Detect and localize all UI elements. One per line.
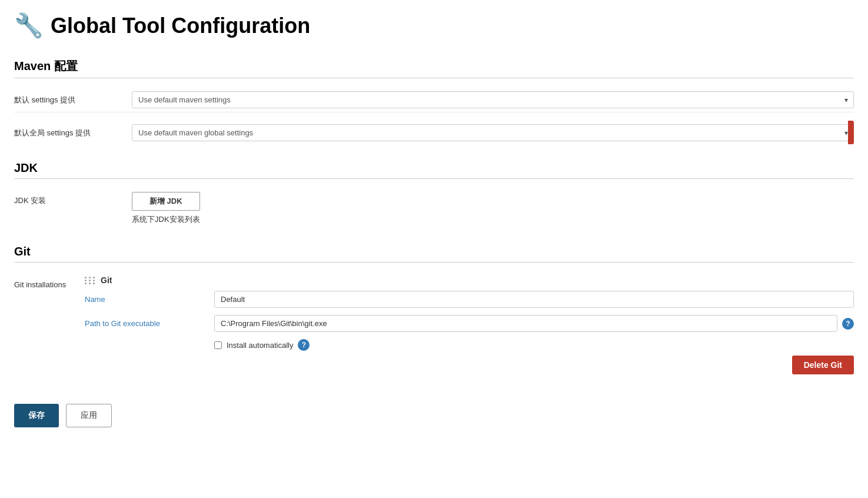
git-name-input[interactable] — [214, 291, 854, 308]
jdk-section: JDK JDK 安装 新增 JDK 系统下JDK安装列表 — [14, 161, 854, 228]
page-header: 🔧 Global Tool Configuration — [14, 12, 854, 39]
git-path-row: Path to Git executable ? — [85, 315, 854, 332]
red-tab-indicator — [848, 121, 854, 144]
git-install-auto-help-icon[interactable]: ? — [298, 339, 310, 351]
maven-global-settings-row: 默认全局 settings 提供 Use default maven globa… — [14, 121, 854, 145]
save-button[interactable]: 保存 — [14, 404, 59, 427]
drag-dot — [93, 280, 95, 281]
maven-global-settings-wrapper: Use default maven global settings Specif… — [132, 124, 854, 141]
git-path-help-icon[interactable]: ? — [842, 318, 854, 330]
wrench-icon: 🔧 — [14, 12, 44, 39]
git-name-row: Name — [85, 291, 854, 308]
git-installations-row: Git installations Git Nam — [14, 272, 854, 378]
git-section-title: Git — [14, 245, 854, 263]
jdk-install-label: JDK 安装 — [14, 192, 132, 206]
git-card-header: Git — [85, 275, 854, 285]
drag-dot — [93, 283, 95, 284]
maven-section-title: Maven 配置 — [14, 58, 854, 78]
jdk-controls: 新增 JDK 系统下JDK安装列表 — [132, 192, 200, 225]
add-jdk-button[interactable]: 新增 JDK — [132, 192, 200, 211]
drag-dot — [85, 283, 87, 284]
git-path-label: Path to Git executable — [85, 319, 214, 328]
git-card-title: Git — [101, 275, 112, 285]
drag-dot — [89, 283, 91, 284]
drag-dot — [85, 280, 87, 281]
bottom-actions: 保存 应用 — [14, 394, 854, 427]
maven-default-settings-row: 默认 settings 提供 Use default maven setting… — [14, 88, 854, 112]
maven-global-settings-select[interactable]: Use default maven global settings Specif… — [132, 124, 854, 141]
maven-default-settings-wrapper: Use default maven settings Specify setti… — [132, 91, 854, 108]
jdk-list-text: 系统下JDK安装列表 — [132, 214, 200, 225]
git-install-auto-row: Install automatically ? — [214, 339, 854, 351]
drag-handle[interactable] — [85, 277, 96, 284]
maven-global-settings-label: 默认全局 settings 提供 — [14, 128, 132, 138]
git-path-input[interactable] — [214, 315, 837, 332]
maven-default-settings-label: 默认 settings 提供 — [14, 95, 132, 105]
git-install-auto-checkbox[interactable] — [214, 341, 222, 349]
git-install-auto-label: Install automatically — [227, 341, 293, 350]
delete-git-button[interactable]: Delete Git — [792, 356, 854, 374]
git-section: Git Git installations Git — [14, 245, 854, 378]
git-name-input-wrapper — [214, 291, 854, 308]
page-title: Global Tool Configuration — [51, 14, 310, 38]
apply-button[interactable]: 应用 — [66, 404, 112, 427]
git-card: Git Name Path to Git executable ? — [85, 275, 854, 374]
delete-git-wrapper: Delete Git — [85, 356, 854, 374]
drag-dot — [89, 277, 91, 278]
maven-section: Maven 配置 默认 settings 提供 Use default mave… — [14, 58, 854, 145]
drag-dot — [93, 277, 95, 278]
maven-default-settings-select[interactable]: Use default maven settings Specify setti… — [132, 91, 854, 108]
git-installations-label: Git installations — [14, 275, 85, 289]
git-name-label: Name — [85, 295, 214, 304]
drag-dot — [85, 277, 87, 278]
jdk-section-title: JDK — [14, 161, 854, 179]
drag-dot — [89, 280, 91, 281]
git-path-input-wrapper: ? — [214, 315, 854, 332]
jdk-install-row: JDK 安装 新增 JDK 系统下JDK安装列表 — [14, 188, 854, 228]
